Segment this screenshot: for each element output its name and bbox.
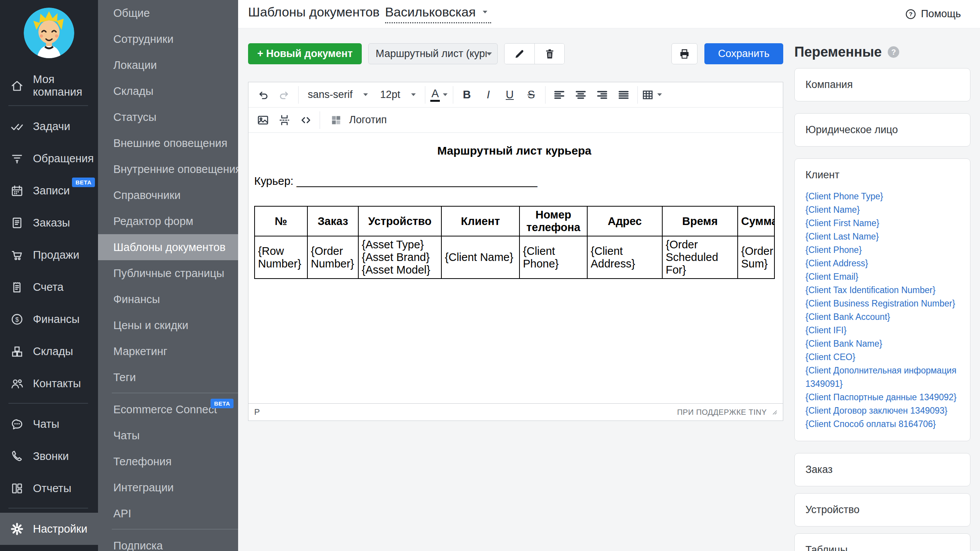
doc-table-header-cell[interactable]: Адрес: [587, 206, 662, 236]
new-document-button[interactable]: + Новый документ: [248, 43, 362, 64]
settings-sidebar-item[interactable]: Шаблоны документов: [98, 234, 238, 260]
settings-sidebar-item[interactable]: Чаты: [98, 422, 238, 448]
sidebar-item[interactable]: Продажи: [0, 239, 98, 271]
align-justify-button[interactable]: [613, 85, 634, 105]
doc-table-header-cell[interactable]: Клиент: [441, 206, 519, 236]
settings-sidebar-item[interactable]: Локации: [98, 52, 238, 78]
source-code-button[interactable]: [295, 110, 317, 130]
help-button[interactable]: ? Помощь: [905, 8, 961, 20]
variable-group-card[interactable]: Заказ: [794, 453, 970, 486]
bold-button[interactable]: B: [456, 85, 478, 105]
align-center-button[interactable]: [570, 85, 591, 105]
variable-group-card-client[interactable]: Клиент {Client Phone Type} {Client Name}…: [794, 158, 970, 441]
settings-sidebar-item[interactable]: Телефония: [98, 448, 238, 474]
doc-table-cell[interactable]: {Row Number}: [255, 236, 307, 279]
delete-button[interactable]: [534, 44, 564, 64]
doc-table-header-cell[interactable]: Номер телефона: [519, 206, 587, 236]
variable-group-card[interactable]: Юридическое лицо: [794, 113, 970, 147]
doc-table-header-cell[interactable]: Время: [662, 206, 738, 236]
settings-sidebar-item[interactable]: Теги: [98, 364, 238, 390]
variable-group-card[interactable]: Устройство: [794, 493, 970, 527]
table-button[interactable]: [641, 85, 662, 105]
settings-sidebar-item[interactable]: Внешние оповещения: [98, 130, 238, 156]
settings-sidebar-item[interactable]: API: [98, 500, 238, 527]
print-button[interactable]: [671, 43, 697, 64]
doc-table-header-cell[interactable]: Заказ: [307, 206, 358, 236]
insert-image-button[interactable]: [252, 110, 274, 130]
text-color-button[interactable]: A: [428, 85, 450, 105]
sidebar-item[interactable]: Отчеты: [0, 472, 98, 504]
doc-table-header-cell[interactable]: Устройство: [358, 206, 441, 236]
variable-link[interactable]: {Client Bank Account}: [805, 312, 890, 322]
doc-table-cell[interactable]: {Order Number}: [307, 236, 358, 279]
logo-insert-button[interactable]: Логотип: [323, 110, 394, 130]
sidebar-item[interactable]: Счета: [0, 271, 98, 303]
save-button[interactable]: Сохранить: [704, 43, 783, 64]
variable-link[interactable]: {Client Договор заключен 1349093}: [805, 406, 947, 416]
variable-link[interactable]: {Client IFI}: [805, 325, 846, 335]
settings-sidebar-item[interactable]: Общие: [98, 0, 238, 26]
resize-grip[interactable]: [771, 408, 778, 416]
doc-table-header-cell[interactable]: Сумма: [738, 206, 774, 236]
variable-link[interactable]: {Client First Name}: [805, 218, 879, 228]
document-select[interactable]: Маршрутный лист (курье: [368, 43, 498, 64]
variable-group-card[interactable]: Таблицы: [794, 533, 970, 551]
undo-button[interactable]: [252, 85, 274, 105]
doc-table-cell[interactable]: {Order Sum}: [738, 236, 774, 279]
settings-sidebar-item[interactable]: Цены и скидки: [98, 312, 238, 338]
element-path[interactable]: P: [254, 407, 260, 417]
variable-link[interactable]: {Client Phone}: [805, 245, 862, 255]
settings-sidebar-item[interactable]: Подписка: [98, 533, 238, 551]
settings-sidebar-item[interactable]: Сотрудники: [98, 26, 238, 52]
sidebar-item[interactable]: Настройки: [0, 513, 98, 545]
settings-sidebar-item[interactable]: Финансы: [98, 286, 238, 312]
variable-link[interactable]: {Client Дополнительная информация 134909…: [805, 365, 956, 389]
doc-table-header-cell[interactable]: №: [255, 206, 307, 236]
sidebar-item[interactable]: Склады: [0, 335, 98, 367]
sidebar-item[interactable]: Обращения: [0, 142, 98, 174]
settings-sidebar-item[interactable]: Редактор форм: [98, 208, 238, 234]
edit-button[interactable]: [505, 44, 534, 64]
sidebar-item[interactable]: Звонки: [0, 440, 98, 472]
variable-link[interactable]: {Client Способ оплаты 8164706}: [805, 419, 936, 429]
sidebar-item[interactable]: $ Финансы: [0, 303, 98, 335]
italic-button[interactable]: I: [478, 85, 499, 105]
avatar[interactable]: [24, 8, 74, 58]
settings-sidebar-item[interactable]: Публичные страницы: [98, 260, 238, 286]
settings-sidebar-item[interactable]: Склады: [98, 78, 238, 104]
font-family-select[interactable]: sans-serif: [302, 85, 374, 105]
settings-sidebar-item[interactable]: Внутренние оповещения: [98, 156, 238, 182]
settings-sidebar-item[interactable]: Ecommerce Connect BETA: [98, 396, 238, 422]
sidebar-item[interactable]: Чаты: [0, 408, 98, 440]
strikethrough-button[interactable]: S: [521, 85, 542, 105]
template-selector[interactable]: Васильковская: [385, 5, 491, 23]
doc-table-cell[interactable]: {Client Address}: [587, 236, 662, 279]
variable-link[interactable]: {Client Address}: [805, 258, 868, 268]
settings-sidebar-item[interactable]: Маркетинг: [98, 338, 238, 364]
doc-table-cell[interactable]: {Client Phone}: [519, 236, 587, 279]
doc-table-cell[interactable]: {Client Name}: [441, 236, 519, 279]
doc-table-cell[interactable]: {Order Scheduled For}: [662, 236, 738, 279]
underline-button[interactable]: U: [499, 85, 521, 105]
align-right-button[interactable]: [591, 85, 613, 105]
variable-link[interactable]: {Client Last Name}: [805, 231, 879, 241]
font-size-select[interactable]: 12pt: [374, 85, 422, 105]
variable-link[interactable]: {Client CEO}: [805, 352, 855, 362]
variable-link[interactable]: {Client Bank Name}: [805, 339, 882, 349]
settings-sidebar-item[interactable]: Статусы: [98, 104, 238, 130]
variable-group-card[interactable]: Компания: [794, 68, 970, 101]
settings-sidebar-item[interactable]: Справочники: [98, 182, 238, 208]
editor-canvas[interactable]: Маршрутный лист курьера Курьер: ________…: [248, 133, 783, 403]
sidebar-item[interactable]: Записи BETA: [0, 174, 98, 207]
doc-table-cell[interactable]: {Asset Type} {Asset Brand} {Asset Model}: [358, 236, 441, 279]
sidebar-item[interactable]: Заказы: [0, 207, 98, 239]
variables-help-icon[interactable]: ?: [888, 46, 899, 58]
variable-link[interactable]: {Client Name}: [805, 205, 860, 215]
variable-link[interactable]: {Client Tax Identification Number}: [805, 285, 936, 295]
variable-link[interactable]: {Client Email}: [805, 272, 858, 282]
variable-link[interactable]: {Client Business Registration Number}: [805, 298, 955, 308]
redo-button[interactable]: [274, 85, 295, 105]
variable-link[interactable]: {Client Phone Type}: [805, 191, 883, 201]
variable-link[interactable]: {Client Паспортные данные 1349092}: [805, 392, 957, 402]
sidebar-item[interactable]: Контакты: [0, 367, 98, 399]
